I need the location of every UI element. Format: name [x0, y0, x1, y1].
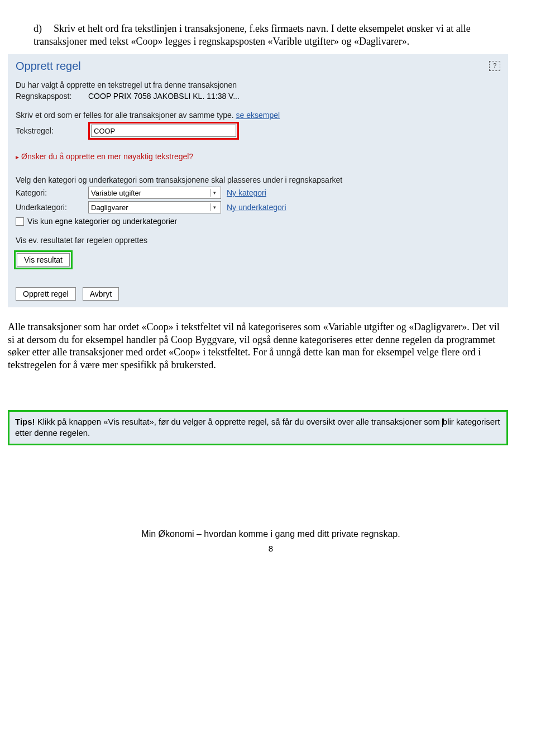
chevron-down-icon: ▾	[210, 189, 218, 197]
panel-subtitle: Du har valgt å opprette en tekstregel ut…	[16, 80, 500, 89]
regnskapspost-value: COOP PRIX 7058 JAKOBSLI KL. 11:38 V...	[88, 92, 240, 101]
tekstregel-label: Tekstregel:	[16, 126, 88, 135]
new-subcategory-link[interactable]: Ny underkategori	[227, 203, 286, 212]
regnskapspost-label: Regnskapspost:	[16, 92, 88, 101]
own-categories-checkbox[interactable]	[16, 217, 24, 226]
tips-label: Tips!	[15, 417, 35, 426]
intro-text: Skriv et helt ord fra tekstlinjen i tran…	[34, 23, 471, 47]
create-rule-button[interactable]: Opprett regel	[16, 287, 76, 301]
show-result-instruction: Vis ev. resultatet før regelen opprettes	[16, 236, 500, 245]
create-rule-panel: Opprett regel ? Du har valgt å opprette …	[8, 54, 508, 307]
category-instruction: Velg den kategori og underkategori som t…	[16, 175, 500, 184]
intro-paragraph: d)Skriv et helt ord fra tekstlinjen i tr…	[34, 22, 508, 47]
instruction-line: Skriv et ord som er felles for alle tran…	[16, 111, 500, 120]
see-example-link[interactable]: se eksempel	[236, 111, 280, 120]
show-result-highlight: Vis resultat	[14, 250, 73, 269]
help-icon[interactable]: ?	[489, 61, 500, 71]
underkategori-dropdown[interactable]: Dagligvarer ▾	[88, 201, 221, 213]
new-category-link[interactable]: Ny kategori	[227, 188, 266, 197]
own-categories-row: Vis kun egne kategorier og underkategori…	[16, 217, 500, 226]
list-marker: d)	[34, 22, 54, 35]
own-categories-label: Vis kun egne kategorier og underkategori…	[27, 217, 177, 226]
tekstregel-highlight	[88, 122, 239, 140]
kategori-value: Variable utgifter	[91, 189, 141, 197]
underkategori-label: Underkategori:	[16, 203, 88, 212]
tips-text-a: Klikk på knappen «Vis resultat», før du …	[35, 417, 442, 426]
page-number: 8	[34, 544, 508, 553]
kategori-label: Kategori:	[16, 188, 88, 197]
panel-title: Opprett regel	[16, 60, 500, 73]
underkategori-value: Dagligvarer	[91, 203, 128, 212]
footer-text: Min Økonomi – hvordan komme i gang med d…	[34, 529, 508, 539]
kategori-dropdown[interactable]: Variable utgifter ▾	[88, 187, 221, 199]
show-result-button[interactable]: Vis resultat	[17, 253, 70, 267]
instruction-text: Skriv et ord som er felles for alle tran…	[16, 111, 234, 120]
tekstregel-input[interactable]	[91, 125, 236, 137]
chevron-down-icon: ▾	[210, 203, 218, 211]
more-exact-rule-link[interactable]: Ønsker du å opprette en mer nøyaktig tek…	[16, 152, 500, 161]
tips-box: Tips! Klikk på knappen «Vis resultat», f…	[8, 410, 508, 445]
explanation-paragraph: Alle transaksjoner som har ordet «Coop» …	[8, 321, 508, 371]
cancel-button[interactable]: Avbryt	[83, 287, 119, 301]
